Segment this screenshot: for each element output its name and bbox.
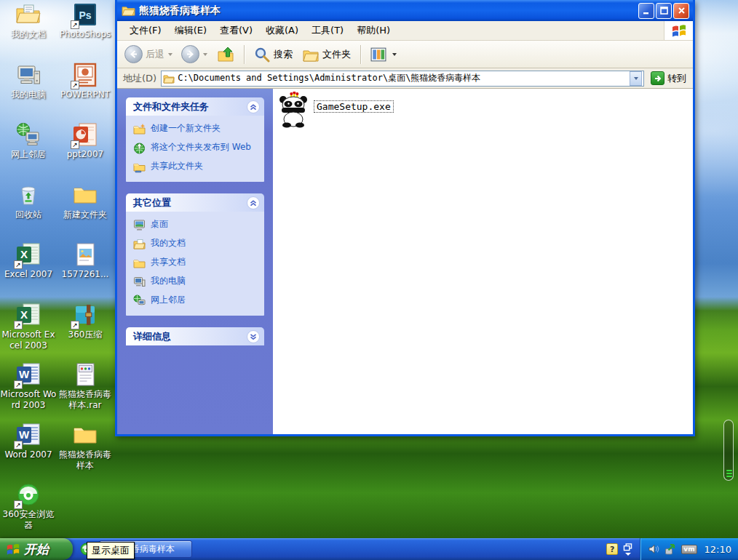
task-pane-link[interactable]: 创建一个新文件夹 — [133, 123, 260, 135]
chevron-up-icon[interactable] — [247, 196, 260, 209]
desktop-icon[interactable]: 我的文档 — [0, 1, 57, 40]
desktop-icon[interactable]: ↗POWERPNT — [57, 62, 114, 100]
desktop-icon[interactable]: X↗Excel 2007 — [0, 241, 57, 280]
window-titlebar[interactable]: 熊猫烧香病毒样本 — [117, 0, 693, 21]
search-button[interactable]: 搜索 — [250, 44, 296, 65]
panda-virus-icon — [277, 92, 309, 128]
menu-item[interactable]: 文件(F) — [123, 22, 168, 39]
excel-icon: X↗ — [15, 241, 41, 268]
toolbar-separator — [244, 45, 245, 64]
minimize-button[interactable] — [638, 3, 654, 19]
show-desktop-tooltip: 显示桌面 — [87, 542, 135, 559]
desktop-side-handle[interactable] — [723, 420, 734, 481]
shortcut-arrow-icon: ↗ — [71, 140, 79, 149]
back-button[interactable]: 后退 — [122, 44, 175, 65]
address-path: C:\Documents and Settings\Administrator\… — [178, 72, 627, 84]
desktop-icon[interactable]: 新建文件夹 — [57, 182, 114, 220]
search-label: 搜索 — [274, 48, 293, 61]
desktop-icon[interactable]: W↗Microsoft Word 2003 — [0, 361, 57, 411]
task-pane-link[interactable]: 我的电脑 — [133, 276, 260, 288]
menu-item[interactable]: 查看(V) — [213, 22, 259, 39]
task-pane-link[interactable]: 我的文档 — [133, 238, 260, 250]
desktop-icon[interactable]: 熊猫烧香病毒样本.rar — [57, 361, 114, 411]
mydocs-icon — [133, 238, 146, 250]
maximize-button[interactable] — [656, 3, 672, 19]
desktop-icon-label: PhotoShops — [60, 29, 111, 40]
chevron-down-icon[interactable] — [247, 330, 260, 343]
back-dropdown-icon[interactable] — [168, 53, 172, 56]
desktop-icon[interactable]: ↗360压缩 — [57, 302, 114, 340]
task-pane-link-label: 创建一个新文件夹 — [151, 123, 221, 135]
shortcut-arrow-icon: ↗ — [71, 20, 79, 29]
chevron-up-icon[interactable] — [247, 100, 260, 113]
panel-header[interactable]: 其它位置 — [126, 193, 264, 212]
volume-icon[interactable] — [648, 543, 659, 555]
file-name-label: GameSetup.exe — [314, 100, 394, 113]
views-button[interactable] — [367, 44, 400, 65]
file-item-gamesetup[interactable]: GameSetup.exe — [277, 92, 394, 128]
forward-dropdown-icon[interactable] — [203, 53, 207, 56]
language-bar-options-icon[interactable] — [625, 553, 631, 556]
shortcut-arrow-icon: ↗ — [14, 500, 23, 509]
taskbar-clock[interactable]: 12:10 — [705, 544, 731, 555]
address-dropdown-button[interactable] — [630, 71, 642, 86]
panel-header[interactable]: 文件和文件夹任务 — [126, 97, 264, 116]
go-button[interactable]: 转到 — [648, 70, 691, 87]
task-pane-link-label: 网上邻居 — [151, 295, 186, 306]
task-pane-panel: 文件和文件夹任务创建一个新文件夹将这个文件夹发布到 Web共享此文件夹 — [126, 97, 264, 182]
computer-icon — [15, 62, 41, 88]
task-pane-link[interactable]: 共享此文件夹 — [133, 161, 260, 173]
task-pane-link[interactable]: 共享文档 — [133, 257, 260, 269]
update-arrow-icon[interactable] — [664, 543, 676, 555]
desktop-icon-label: 网上邻居 — [11, 149, 46, 160]
system-tray: vm 12:10 — [640, 538, 738, 560]
task-pane-link-label: 我的电脑 — [151, 276, 186, 287]
panel-header[interactable]: 详细信息 — [126, 327, 264, 345]
task-pane-link[interactable]: 网上邻居 — [133, 295, 260, 307]
desktop-icon[interactable]: W↗Word 2007 — [0, 422, 57, 460]
task-pane-link[interactable]: 桌面 — [133, 219, 260, 231]
menu-item[interactable]: 工具(T) — [305, 22, 350, 39]
desktop-icon[interactable]: 1577261... — [57, 241, 114, 280]
recycle-icon — [15, 182, 41, 208]
address-input[interactable]: C:\Documents and Settings\Administrator\… — [161, 71, 644, 87]
desktop-icon[interactable]: 回收站 — [0, 182, 57, 220]
desktop-icon[interactable]: Ps↗PhotoShops — [57, 1, 114, 40]
shortcut-arrow-icon: ↗ — [14, 260, 23, 269]
folders-button[interactable]: 文件夹 — [299, 44, 354, 65]
desktop-icon[interactable]: 熊猫烧香病毒样本 — [57, 422, 114, 471]
views-dropdown-icon[interactable] — [392, 53, 397, 56]
task-pane-link[interactable]: 将这个文件夹发布到 Web — [133, 142, 260, 154]
forward-button[interactable] — [178, 44, 210, 65]
task-pane: 文件和文件夹任务创建一个新文件夹将这个文件夹发布到 Web共享此文件夹其它位置桌… — [117, 89, 273, 434]
file-list-area[interactable]: GameSetup.exe — [273, 89, 693, 434]
folder-icon — [72, 422, 98, 448]
desktop-icon-label: 360压缩 — [68, 329, 103, 340]
folders-label: 文件夹 — [322, 48, 351, 61]
desktop-icon[interactable]: X↗Microsoft Excel 2003 — [0, 302, 57, 351]
svg-text:W: W — [19, 428, 30, 441]
back-icon — [124, 45, 143, 63]
help-icon[interactable]: ? — [606, 543, 618, 555]
desktop-icon-label: Microsoft Word 2003 — [0, 389, 57, 411]
menu-item[interactable]: 帮助(H) — [350, 22, 397, 39]
folder-new-icon — [133, 123, 146, 135]
toolbar: 后退 搜索 文件夹 — [117, 41, 693, 68]
up-button[interactable] — [213, 44, 238, 65]
menu-item[interactable]: 编辑(E) — [168, 22, 213, 39]
restore-windows-icon[interactable] — [623, 543, 632, 551]
start-label: 开始 — [24, 541, 49, 558]
desktop-icon[interactable]: 网上邻居 — [0, 121, 57, 160]
desktop-icon[interactable]: 我的电脑 — [0, 62, 57, 100]
close-button[interactable] — [673, 3, 689, 19]
desktop-icon[interactable]: ↗360安全浏览器 — [0, 481, 57, 531]
desktop-icon[interactable]: ↗ppt2007 — [57, 121, 114, 160]
menu-item[interactable]: 收藏(A) — [259, 22, 305, 39]
vmware-tray-icon[interactable]: vm — [681, 545, 697, 554]
language-bar: ? — [599, 538, 640, 560]
go-label: 转到 — [667, 72, 686, 85]
task-pane-link-label: 将这个文件夹发布到 Web — [151, 142, 251, 153]
start-button[interactable]: 开始 — [0, 538, 73, 560]
window-title: 熊猫烧香病毒样本 — [139, 4, 638, 17]
panel-body: 桌面我的文档共享文档我的电脑网上邻居 — [126, 212, 264, 316]
